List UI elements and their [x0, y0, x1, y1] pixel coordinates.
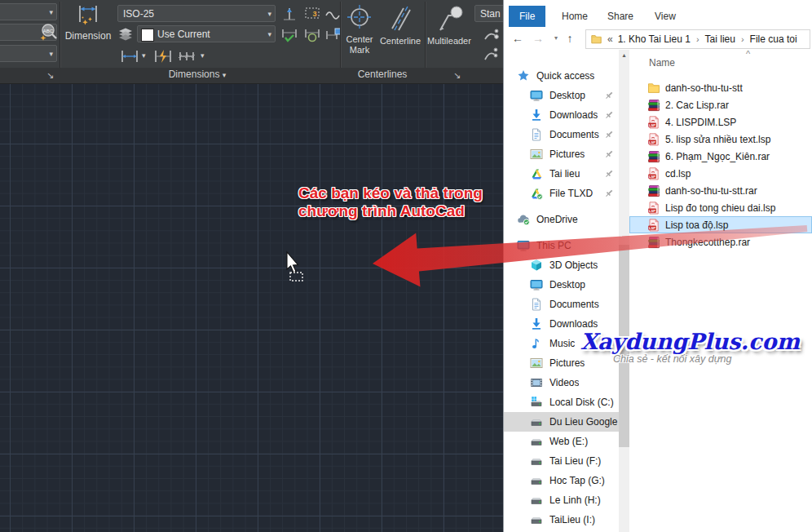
file-row[interactable]: LSPLisp toa độ.lsp	[629, 216, 812, 233]
sidebar-item-quick-access[interactable]: Quick access	[504, 66, 619, 86]
dimension-button[interactable]: Dimension	[62, 3, 114, 42]
dimension-button-label: Dimension	[62, 30, 114, 42]
forward-icon[interactable]: →	[529, 29, 547, 47]
multileader-icon	[435, 3, 464, 34]
disk-icon	[530, 474, 543, 487]
dropdown-arrow-icon[interactable]: ▾	[201, 51, 205, 60]
breadcrumb-separator-icon[interactable]: ›	[735, 34, 750, 44]
sidebar-item-desktop[interactable]: Desktop	[504, 275, 619, 295]
rar-icon	[647, 236, 660, 249]
dropdown-arrow-icon[interactable]: ▾	[267, 26, 271, 42]
sidebar-item-tai-lieu[interactable]: Tai lieu	[504, 164, 619, 184]
sidebar-item-local-disk-c[interactable]: Local Disk (C:)	[504, 392, 619, 412]
file-row[interactable]: LSPLisp đo tong chieu dai.lsp	[629, 199, 812, 216]
sidebar-item-du-lieu-google[interactable]: Du Lieu Google (	[504, 412, 619, 432]
up-icon[interactable]: ↑	[561, 29, 579, 47]
explorer-tab-home[interactable]: Home	[551, 6, 598, 27]
back-icon[interactable]: ←	[509, 29, 527, 47]
scrollbar-thumb[interactable]	[619, 245, 629, 447]
dim-style-combo[interactable]: ISO-25 ▾	[117, 5, 276, 22]
file-row[interactable]: LSP4. LISPDIM.LSP	[629, 113, 812, 131]
breadcrumb-item[interactable]: File cua toi	[750, 33, 797, 45]
sidebar-item-web-e[interactable]: Web (E:)	[504, 432, 619, 451]
panel-expander-icon[interactable]: ↘	[46, 69, 54, 82]
breadcrumb-item[interactable]: Tai lieu	[705, 33, 735, 45]
sidebar-item-videos[interactable]: Videos	[504, 373, 619, 392]
text-height-combo[interactable]: ▾	[0, 45, 57, 62]
text-style-combo[interactable]: ▾	[0, 3, 57, 20]
continue-dimension-tool[interactable]	[176, 48, 197, 64]
sidebar-item-documents[interactable]: Documents	[504, 295, 619, 314]
dimensions-panel-label[interactable]: Dimensions ▾	[59, 69, 336, 80]
file-name: Lisp đo tong chieu dai.lsp	[665, 202, 775, 214]
svg-text:ABC: ABC	[43, 29, 54, 33]
file-row[interactable]: LSPcd.lsp	[629, 165, 812, 182]
dim-layer-combo[interactable]: Use Current ▾	[137, 25, 276, 42]
sidebar-item-this-pc[interactable]: This PC	[504, 236, 619, 255]
center-mark-button[interactable]: Center Mark	[342, 3, 377, 55]
pin-icon	[604, 188, 614, 198]
sidebar-item-tai-lieu-f[interactable]: Tai Lieu (F:)	[504, 451, 619, 471]
sidebar-item-downloads[interactable]: Downloads	[504, 314, 619, 334]
spellcheck-icon[interactable]: ABC	[39, 22, 59, 42]
centerline-button[interactable]: Centerline	[377, 3, 424, 46]
explorer-tab-share[interactable]: Share	[597, 6, 644, 27]
explorer-tab-view[interactable]: View	[644, 6, 686, 27]
file-row[interactable]: Thongkecotthep.rar	[629, 233, 812, 250]
sidebar-item-le-linh-h[interactable]: Le Linh (H:)	[504, 490, 619, 510]
sidebar-item-tailieu-i[interactable]: TaiLieu (I:)	[504, 510, 619, 530]
file-row[interactable]: LSP5. lisp sửa nhiều text.lsp	[629, 131, 812, 148]
svg-text:LSP: LSP	[649, 225, 655, 229]
lsp-icon: LSP	[647, 116, 660, 129]
breadcrumb-overflow[interactable]: «	[604, 33, 618, 45]
explorer-tab-file[interactable]: File	[509, 6, 545, 27]
sort-ascending-icon[interactable]: ^	[746, 49, 750, 59]
address-bar[interactable]: « 1. Kho Tai Lieu 1›Tai lieu›File cua to…	[585, 29, 810, 49]
file-rows: danh-so-thu-tu-stt2. Cac Lisp.rarLSP4. L…	[629, 79, 812, 250]
disk-icon	[530, 494, 543, 507]
sidebar-item-3d-objects[interactable]: 3D Objects	[504, 255, 619, 275]
file-row[interactable]: danh-so-thu-tu-stt	[629, 79, 812, 96]
file-row[interactable]: danh-so-thu-tu-stt.rar	[629, 182, 812, 199]
quick-dimension-tool[interactable]	[153, 48, 173, 64]
dim-update-tool[interactable]	[303, 26, 321, 44]
breadcrumb-separator-icon[interactable]: ›	[691, 34, 705, 44]
autocad-drawing-area[interactable]	[0, 84, 503, 532]
sidebar-item-onedrive[interactable]: OneDrive	[504, 210, 619, 229]
panel-expander-icon[interactable]: ↘	[453, 69, 461, 82]
multileader-style-combo[interactable]: Stan	[474, 5, 503, 22]
file-row[interactable]: 2. Cac Lisp.rar	[629, 96, 812, 113]
layers-icon	[117, 25, 135, 43]
sidebar-item-music[interactable]: Music	[504, 334, 619, 353]
dim-linear-tool[interactable]	[119, 48, 140, 64]
leader-add-tool[interactable]	[483, 27, 501, 43]
sidebar-item-pictures[interactable]: Pictures	[504, 144, 619, 164]
leader-remove-tool[interactable]	[483, 47, 501, 63]
scrollbar-up-icon[interactable]: ▴	[619, 51, 629, 59]
sidebar-item-hoc-tap-g[interactable]: Hoc Tap (G:)	[504, 471, 619, 490]
svg-text:3: 3	[312, 10, 316, 18]
svg-text:LSP: LSP	[649, 208, 655, 212]
sidebar-item-documents[interactable]: Documents	[504, 125, 619, 144]
autocad-ribbon: ▾ ABC ▾ Dimension ISO-25 ▾	[0, 0, 503, 68]
sidebar-item-pictures[interactable]: Pictures	[504, 353, 619, 373]
dropdown-arrow-icon[interactable]: ▾	[142, 51, 146, 60]
sidebar-item-desktop[interactable]: Desktop	[504, 86, 619, 105]
sidebar-item-label: Hoc Tap (G:)	[549, 475, 605, 486]
breadcrumb-item[interactable]: 1. Kho Tai Lieu 1	[618, 33, 691, 45]
sidebar-item-file-tlxd[interactable]: File TLXD	[504, 184, 619, 203]
multileader-button[interactable]: Multileader	[426, 3, 472, 46]
centerlines-panel-label[interactable]: Centerlines	[340, 69, 425, 80]
dim-ordinate-tool[interactable]	[280, 5, 298, 23]
sidebar-item-downloads[interactable]: Downloads	[504, 105, 619, 125]
sidebar-item-label: Desktop	[549, 90, 585, 101]
dropdown-arrow-icon[interactable]: ▾	[49, 46, 53, 62]
file-row[interactable]: 6. Phạm_Ngọc_Kiên.rar	[629, 148, 812, 165]
dropdown-arrow-icon[interactable]: ▾	[49, 4, 53, 20]
dim-check-tool[interactable]	[280, 26, 298, 44]
dim-baseline-tool[interactable]: 3	[303, 5, 321, 23]
sidebar-scrollbar[interactable]: ▴	[619, 50, 629, 532]
column-header-name[interactable]: Name	[649, 57, 675, 69]
ribbon-panel-labels: ↘ Dimensions ▾ Centerlines ↘	[0, 68, 503, 85]
dropdown-arrow-icon[interactable]: ▾	[267, 6, 271, 22]
